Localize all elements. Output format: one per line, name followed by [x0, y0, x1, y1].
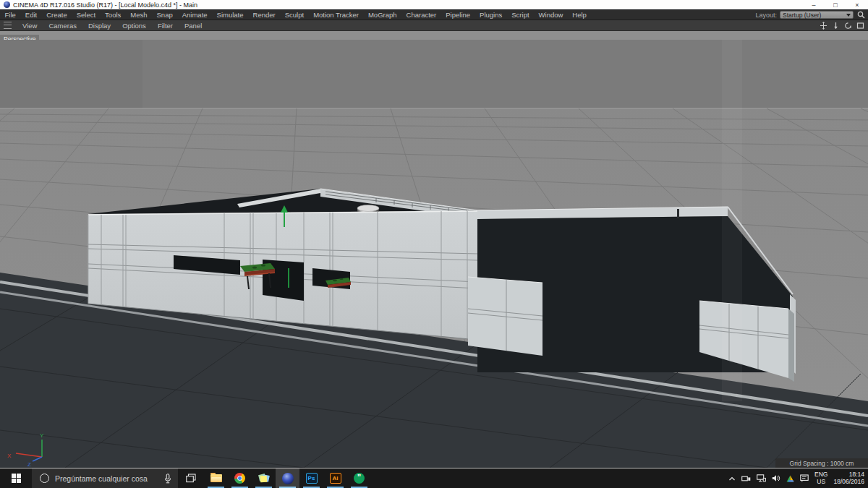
system-tray: ENG US 18:14 18/06/2016	[728, 468, 868, 488]
title-bar: CINEMA 4D R17.016 Studio (R17) - [Local …	[0, 0, 868, 10]
cinema4d-app-icon	[4, 1, 10, 8]
toggle-view-icon[interactable]	[856, 22, 864, 30]
restore-button[interactable]: □	[825, 0, 846, 9]
sticky-notes-icon	[258, 473, 270, 484]
menu-render[interactable]: Render	[248, 11, 280, 19]
menu-window[interactable]: Window	[534, 11, 568, 19]
taskbar-app-cinema-4d[interactable]	[276, 468, 299, 488]
photoshop-icon: Ps	[306, 473, 318, 484]
microphone-icon[interactable]	[164, 474, 171, 484]
minimize-button[interactable]: –	[803, 0, 825, 9]
viewport-3d: Y X Z Grid Spacing : 1000 cm	[0, 40, 868, 468]
layout-controls: Layout: Startup (User)	[755, 11, 868, 19]
grid-spacing-status: Grid Spacing : 1000 cm	[775, 458, 868, 468]
network-icon[interactable]	[757, 474, 766, 482]
menu-help[interactable]: Help	[568, 11, 592, 19]
menu-file[interactable]: File	[0, 11, 20, 19]
menu-sculpt[interactable]: Sculpt	[280, 11, 308, 19]
taskbar-app-sticky-notes[interactable]	[252, 468, 276, 488]
viewport-menu-view[interactable]: View	[17, 22, 43, 30]
task-view-icon	[186, 474, 196, 483]
axis-y-label: Y	[40, 432, 44, 439]
close-button[interactable]: ×	[846, 0, 868, 9]
viewport-menu-options[interactable]: Options	[116, 22, 152, 30]
clock[interactable]: 18:14 18/06/2016	[833, 471, 864, 485]
viewport-header: Perspective	[0, 31, 868, 40]
cortana-circle-icon	[40, 474, 49, 483]
viewport-menu-bar: View Cameras Display Options Filter Pane…	[0, 20, 868, 31]
language-indicator[interactable]: ENG US	[814, 471, 827, 485]
layout-dropdown-value: Startup (User)	[783, 12, 821, 19]
chevron-down-icon	[846, 14, 851, 17]
cinema4d-icon	[282, 473, 294, 484]
action-center-icon[interactable]	[800, 474, 809, 482]
main-menu-bar: File Edit Create Select Tools Mesh Snap …	[0, 10, 868, 20]
file-explorer-icon	[210, 474, 222, 482]
windows-logo-icon	[12, 474, 21, 483]
menu-pipeline[interactable]: Pipeline	[441, 11, 475, 19]
viewport-grid-menu-icon[interactable]	[4, 22, 12, 29]
viewport-menu-panel[interactable]: Panel	[179, 22, 208, 30]
viewport-nav-icons	[820, 22, 868, 30]
menu-snap[interactable]: Snap	[152, 11, 177, 19]
menu-script[interactable]: Script	[507, 11, 534, 19]
hangouts-icon: ”	[354, 473, 365, 484]
axis-z-label: Z	[27, 461, 31, 468]
low-wall	[468, 277, 542, 356]
tray-device-icon[interactable]	[741, 475, 751, 482]
zoom-camera-icon[interactable]	[832, 22, 840, 30]
menu-plugins[interactable]: Plugins	[475, 11, 507, 19]
start-button[interactable]	[0, 468, 32, 488]
volume-icon[interactable]	[772, 474, 780, 482]
menu-character[interactable]: Character	[401, 11, 441, 19]
layout-label: Layout:	[755, 12, 777, 19]
menu-simulate[interactable]: Simulate	[212, 11, 248, 19]
menu-mesh[interactable]: Mesh	[126, 11, 152, 19]
search-commander-icon[interactable]	[857, 11, 865, 19]
taskbar-app-chrome[interactable]	[228, 468, 252, 488]
search-placeholder: Pregúntame cualquier cosa	[55, 474, 148, 483]
viewport-menu-display[interactable]: Display	[82, 22, 116, 30]
task-view-button[interactable]	[178, 468, 204, 488]
chrome-icon	[234, 473, 245, 484]
windows-taskbar: Pregúntame cualquier cosa Ps	[0, 468, 868, 488]
layout-dropdown[interactable]: Startup (User)	[780, 11, 854, 19]
menu-create[interactable]: Create	[42, 11, 72, 19]
cinema4d-window: CINEMA 4D R17.016 Studio (R17) - [Local …	[0, 0, 868, 488]
viewport-menu-cameras[interactable]: Cameras	[43, 22, 82, 30]
menu-select[interactable]: Select	[72, 11, 100, 19]
viewport-menu-filter[interactable]: Filter	[152, 22, 179, 30]
rotate-camera-icon[interactable]	[844, 22, 852, 30]
google-drive-icon[interactable]	[786, 475, 794, 482]
taskbar-app-photoshop[interactable]: Ps	[299, 468, 323, 488]
pan-camera-icon[interactable]	[820, 22, 827, 30]
taskbar-app-file-explorer[interactable]	[204, 468, 228, 488]
illustrator-icon: Ai	[330, 473, 341, 484]
cortana-search-input[interactable]: Pregúntame cualquier cosa	[32, 468, 178, 488]
menu-motion-tracker[interactable]: Motion Tracker	[309, 11, 364, 19]
taskbar-app-hangouts[interactable]: ”	[347, 468, 371, 488]
menu-animate[interactable]: Animate	[177, 11, 212, 19]
window-title: CINEMA 4D R17.016 Studio (R17) - [Local …	[13, 1, 197, 9]
tray-date: 18/06/2016	[833, 479, 864, 486]
taskbar-app-illustrator[interactable]: Ai	[323, 468, 347, 488]
axis-x-label: X	[7, 453, 12, 459]
window-controls: – □ ×	[803, 0, 868, 9]
hidden-icons-chevron-icon[interactable]	[728, 476, 736, 481]
menu-tools[interactable]: Tools	[101, 11, 126, 19]
viewport-3d-scene[interactable]: Y X Z	[0, 40, 868, 468]
menu-mograph[interactable]: MoGraph	[363, 11, 401, 19]
menu-edit[interactable]: Edit	[20, 11, 41, 19]
